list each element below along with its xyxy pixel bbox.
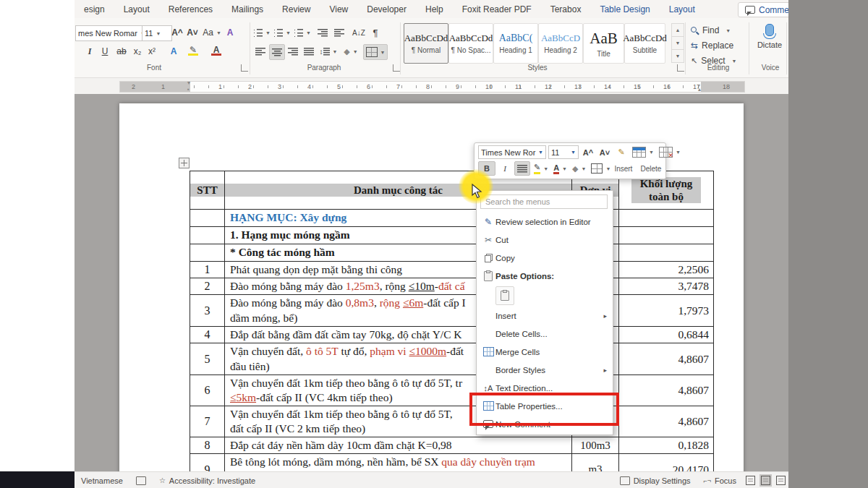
tab-terabox[interactable]: Terabox xyxy=(541,4,591,14)
align-center-button[interactable] xyxy=(269,44,285,60)
tab-layout[interactable]: Layout xyxy=(660,4,705,14)
style-name: Title xyxy=(597,50,610,58)
paste-option-keep-source[interactable] xyxy=(477,285,613,307)
align-right-button[interactable] xyxy=(286,44,300,59)
menu-item-copy[interactable]: Copy xyxy=(477,249,613,267)
clip-icon xyxy=(481,271,495,281)
menu-item-merge-cells[interactable]: Merge Cells xyxy=(477,343,613,361)
mini-delete-table-button[interactable]: ▼ xyxy=(658,146,682,159)
bullets-button[interactable]: ▼ xyxy=(253,25,271,40)
menu-item-cut[interactable]: ✂Cut xyxy=(477,231,613,249)
read-mode-button[interactable] xyxy=(744,474,757,487)
focus-button[interactable]: ⌐¬Focus xyxy=(697,476,743,485)
mini-font-combo[interactable]: Times New Ror▼ xyxy=(478,145,546,159)
align-left-button[interactable] xyxy=(253,44,268,59)
tab-esign[interactable]: esign xyxy=(75,4,114,14)
first-line-indent-marker[interactable]: ▾ xyxy=(187,80,190,86)
table-move-handle[interactable] xyxy=(179,158,190,168)
tab-view[interactable]: View xyxy=(320,4,357,14)
mini-italic-button[interactable]: I xyxy=(498,162,512,175)
numbering-button[interactable]: ▼ xyxy=(273,25,291,40)
styles-dialog-launcher[interactable] xyxy=(677,64,684,72)
mini-highlight-button[interactable]: ✎▼ xyxy=(532,162,550,175)
table-row: 1. Hạng mục móng ngầm xyxy=(190,227,713,244)
format-painter-icon[interactable]: ✎ xyxy=(614,146,629,159)
mini-grow-font-button[interactable]: A^ xyxy=(581,146,595,159)
shading-button[interactable]: ◆▼ xyxy=(341,44,361,59)
word-window: esignLayoutReferencesMailingsReviewViewD… xyxy=(0,0,868,488)
style-card-heading-2[interactable]: AaBbCcDHeading 2 xyxy=(538,23,583,64)
grow-font-button[interactable]: A^ xyxy=(170,25,184,40)
mini-borders-button[interactable]: ▼ xyxy=(590,162,612,175)
data-table[interactable]: STT Danh mục công tác Đơn vị Khối lượng … xyxy=(190,171,714,471)
mini-size-combo[interactable]: 11▼ xyxy=(548,145,579,159)
style-card--no-spac-[interactable]: AaBbCcDd¶ No Spac... xyxy=(448,23,493,64)
tab-mailings[interactable]: Mailings xyxy=(222,4,273,14)
multilevel-list-button[interactable]: ▼ xyxy=(294,25,311,40)
superscript-button[interactable]: x² xyxy=(145,44,158,59)
display-settings-button[interactable]: Display Settings xyxy=(613,476,697,485)
right-indent-marker[interactable]: ▴ xyxy=(698,87,701,93)
tab-foxit-reader-pdf[interactable]: Foxit Reader PDF xyxy=(453,4,541,14)
find-button[interactable]: Find▼ xyxy=(691,24,731,37)
font-color-button[interactable]: A xyxy=(208,43,225,57)
styles-scroll-down-button[interactable]: ▼ xyxy=(671,36,684,50)
underline-button[interactable]: U xyxy=(96,44,114,59)
mini-shading-button[interactable]: ◆▼ xyxy=(571,162,587,175)
ruler-number: 1 xyxy=(161,83,165,90)
strikethrough-button[interactable]: ab xyxy=(114,44,129,59)
style-card-title[interactable]: AaBTitle xyxy=(583,23,624,64)
styles-scroll-up-button[interactable]: ▲ xyxy=(671,23,684,37)
menu-item-border-styles[interactable]: Border Styles▸ xyxy=(477,361,613,379)
mini-justify-button[interactable] xyxy=(514,161,530,176)
subscript-button[interactable]: x₂ xyxy=(131,44,144,59)
proofing-status[interactable] xyxy=(129,476,153,485)
paste-clipboard-icon[interactable] xyxy=(495,286,514,305)
italic-button[interactable]: I xyxy=(85,44,95,59)
highlight-color-button[interactable]: ✎ xyxy=(184,43,202,57)
accessibility-status[interactable]: ☆Accessibility: Investigate xyxy=(153,476,262,485)
paragraph-dialog-launcher[interactable] xyxy=(393,64,400,72)
hanging-indent-marker[interactable]: ▪ xyxy=(187,87,190,93)
style-card-heading-1[interactable]: AaBbC(Heading 1 xyxy=(493,23,538,64)
mini-font-color-button[interactable]: A▼ xyxy=(552,162,569,175)
show-paragraph-marks-button[interactable]: ¶ xyxy=(370,25,381,40)
style-card-subtitle[interactable]: AaBbCcDdSubtitle xyxy=(624,23,665,64)
horizontal-ruler[interactable]: ▾ ▪ ▴ 21123456789101112131415161718 xyxy=(119,81,745,93)
styles-more-button[interactable]: ▼ xyxy=(671,49,684,63)
tab-table-design[interactable]: Table Design xyxy=(590,4,659,14)
mini-shrink-font-button[interactable]: A˅ xyxy=(597,146,612,159)
language-status[interactable]: Vietnamese xyxy=(75,476,129,485)
menu-search-input[interactable]: Search the menus xyxy=(480,194,608,209)
sort-button[interactable]: A↓Z xyxy=(349,25,368,40)
menu-item-insert[interactable]: Insert▸ xyxy=(477,307,613,325)
borders-button[interactable]: ▼ xyxy=(363,44,388,60)
text-effects-button[interactable]: A xyxy=(166,44,182,59)
line-spacing-button[interactable]: ↕▼ xyxy=(319,44,338,59)
tab-references[interactable]: References xyxy=(159,4,222,14)
font-dialog-launcher[interactable] xyxy=(241,64,248,72)
shrink-font-button[interactable]: A˅ xyxy=(185,25,200,40)
chevron-down-icon: ▼ xyxy=(649,150,654,155)
print-layout-button[interactable] xyxy=(760,474,772,487)
replace-button[interactable]: ⇆Replace xyxy=(691,39,733,52)
clear-formatting-button[interactable]: A xyxy=(223,25,237,40)
tab-help[interactable]: Help xyxy=(416,4,453,14)
decrease-indent-button[interactable] xyxy=(315,25,330,40)
style-card--normal[interactable]: AaBbCcDd¶ Normal xyxy=(404,23,448,64)
increase-indent-button[interactable] xyxy=(332,25,346,40)
mini-insert-table-button[interactable]: ▼ xyxy=(631,146,655,159)
tab-review[interactable]: Review xyxy=(273,4,320,14)
font-name-combo[interactable]: mes New Romar▼ xyxy=(75,25,145,41)
paragraph-group-label: Paragraph xyxy=(295,64,353,72)
menu-item-review-selection-in-editor[interactable]: ✎Review selection in Editor xyxy=(477,213,613,231)
menu-item-paste-options[interactable]: Paste Options: xyxy=(477,267,613,285)
dictate-button[interactable]: Dictate xyxy=(753,24,786,49)
justify-button[interactable] xyxy=(302,44,316,59)
font-size-combo[interactable]: 11▼ xyxy=(142,25,172,41)
tab-developer[interactable]: Developer xyxy=(357,4,416,14)
tab-layout[interactable]: Layout xyxy=(114,4,159,14)
change-case-button[interactable]: Aa▼ xyxy=(203,25,221,40)
menu-item-delete-cells[interactable]: Delete Cells... xyxy=(477,325,613,343)
web-layout-button[interactable] xyxy=(775,474,787,487)
